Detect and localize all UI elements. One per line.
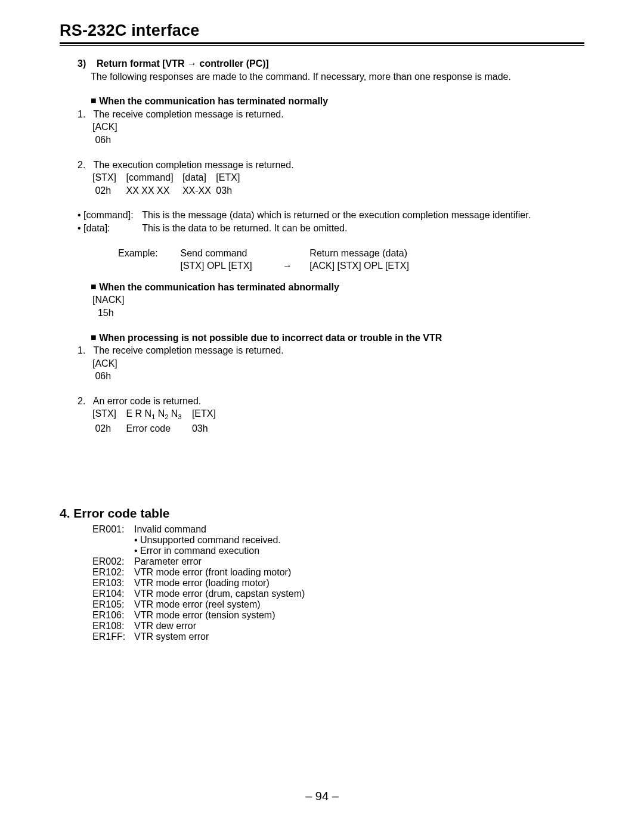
hex-02: 02h: [92, 184, 123, 197]
send-command-header: Send command: [180, 248, 247, 258]
section-3-heading: 3) Return format [VTR → controller (PC)]: [78, 57, 584, 70]
nack-hex: 15h: [92, 306, 584, 320]
nack-label: [NACK]: [92, 293, 584, 306]
document-page: RS-232C interface 3) Return format [VTR …: [0, 0, 644, 833]
error-code-row: ER103:VTR mode error (loading motor): [92, 578, 584, 589]
etx-label: [ETX]: [216, 171, 240, 184]
page-title: RS-232C interface: [60, 21, 584, 44]
error-code-row: ER105:VTR mode error (reel system): [92, 599, 584, 610]
error-desc: VTR mode error (loading motor): [134, 578, 270, 588]
text: The receive completion message is return…: [93, 345, 283, 355]
error-code: ER108:: [92, 621, 134, 631]
heading-abnormal-text: When the communication has terminated ab…: [99, 282, 339, 292]
ack-label: [ACK]: [92, 120, 584, 134]
example-label: Example:: [118, 248, 158, 258]
trouble-item-1: 1. The receive completion message is ret…: [78, 344, 584, 357]
square-bullet-icon: ■: [91, 331, 97, 344]
heading-text: Return format [VTR → controller (PC)]: [97, 58, 269, 69]
message-format-labels: [STX] [command] [data] [ETX]: [92, 171, 584, 184]
heading-normal: ■ When the communication has terminated …: [91, 95, 584, 108]
error-desc: Invalid command: [134, 524, 206, 534]
command-val: This is the message (data) which is retu…: [142, 210, 531, 220]
section-return-format: 3) Return format [VTR → controller (PC)]…: [60, 57, 584, 435]
error-code-row: ER106:VTR mode error (tension system): [92, 610, 584, 621]
data-key: • [data]:: [78, 222, 140, 235]
error-format-labels: [STX] E R N1 N2 N3 [ETX]: [92, 407, 584, 422]
arrow-right-icon: →: [283, 261, 292, 271]
heading-abnormal: ■ When the communication has terminated …: [91, 281, 584, 294]
error-code-row: ER104:VTR mode error (drum, capstan syst…: [92, 589, 584, 599]
text: The execution completion message is retu…: [93, 160, 293, 170]
etx-label: [ETX]: [192, 407, 216, 420]
hex-xx: XX XX XX: [126, 184, 179, 197]
error-code-list: ER001:Invalid command• Unsupported comma…: [60, 524, 584, 642]
error-desc: Parameter error: [134, 556, 202, 566]
error-code-row: ER001:Invalid command: [92, 524, 584, 535]
hex-03: 03h: [192, 422, 208, 435]
stx-label: [STX]: [92, 407, 123, 420]
hex-03: 03h: [216, 184, 232, 197]
square-bullet-icon: ■: [91, 280, 97, 293]
text: An error code is returned.: [93, 396, 201, 406]
error-code: ER1FF:: [92, 631, 134, 642]
example-table: Example: Send command [STX] OPL [ETX] → …: [118, 247, 441, 272]
normal-item-2: 2. The execution completion message is r…: [78, 159, 584, 172]
data-label: [data]: [182, 171, 213, 184]
error-code: ER106:: [92, 610, 134, 621]
message-format-hex: 02h XX XX XX XX-XX 03h: [92, 184, 584, 197]
error-code: ER103:: [92, 578, 134, 589]
error-format-hex: 02h Error code 03h: [92, 422, 584, 435]
error-desc: VTR mode error (tension system): [134, 610, 275, 620]
data-desc: • [data]: This is the data to be returne…: [78, 222, 584, 235]
error-code-row: ER108:VTR dew error: [92, 621, 584, 631]
error-desc: VTR mode error (front loading motor): [134, 567, 291, 577]
trouble-item-2: 2. An error code is returned.: [78, 395, 584, 408]
error-desc: VTR system error: [134, 631, 209, 642]
intro-text: The following responses are made to the …: [91, 70, 584, 83]
normal-item-1: 1. The receive completion message is ret…: [78, 108, 584, 121]
data-val: This is the data to be returned. It can …: [142, 223, 347, 233]
t-ack-label: [ACK]: [92, 357, 584, 370]
hex-02: 02h: [92, 422, 123, 435]
stx-label: [STX]: [92, 171, 123, 184]
error-code-row: ER002:Parameter error: [92, 556, 584, 567]
heading-trouble-text: When processing is not possible due to i…: [99, 333, 442, 343]
return-message-header: Return message (data): [309, 248, 407, 258]
error-code-row: ER102:VTR mode error (front loading moto…: [92, 567, 584, 578]
error-desc: VTR mode error (drum, capstan system): [134, 589, 305, 599]
error-code: ER104:: [92, 589, 134, 599]
error-code-row: ER1FF:VTR system error: [92, 631, 584, 642]
return-message-value: [ACK] [STX] OPL [ETX]: [309, 261, 409, 271]
send-command-value: [STX] OPL [ETX]: [180, 261, 252, 271]
section-4-heading: 4. Error code table: [60, 506, 584, 521]
page-number: – 94 –: [0, 789, 644, 803]
error-desc: VTR mode error (reel system): [134, 599, 261, 609]
error-code: Error code: [126, 422, 189, 435]
er-label: E R N1 N2 N3: [126, 407, 189, 422]
t-ack-hex: 06h: [92, 370, 584, 383]
heading-normal-text: When the communication has terminated no…: [99, 96, 328, 106]
error-code: ER001:: [92, 524, 134, 535]
heading-trouble: ■ When processing is not possible due to…: [91, 332, 584, 345]
hex-xxs: XX-XX: [182, 184, 213, 197]
square-bullet-icon: ■: [91, 94, 97, 107]
error-desc: VTR dew error: [134, 621, 196, 631]
ack-hex: 06h: [92, 134, 584, 147]
command-label: [command]: [126, 171, 179, 184]
num: 1.: [78, 109, 85, 119]
item-number: 3): [78, 58, 86, 69]
num: 2.: [78, 396, 85, 406]
command-desc: • [command]: This is the message (data) …: [78, 209, 584, 222]
error-code: ER002:: [92, 556, 134, 567]
command-key: • [command]:: [78, 209, 140, 222]
error-code: ER105:: [92, 599, 134, 610]
error-code: ER102:: [92, 567, 134, 578]
num: 2.: [78, 160, 85, 170]
error-subitem: • Error in command execution: [134, 546, 584, 556]
num: 1.: [78, 345, 85, 355]
error-subitem: • Unsupported command received.: [134, 535, 584, 546]
text: The receive completion message is return…: [93, 109, 283, 119]
